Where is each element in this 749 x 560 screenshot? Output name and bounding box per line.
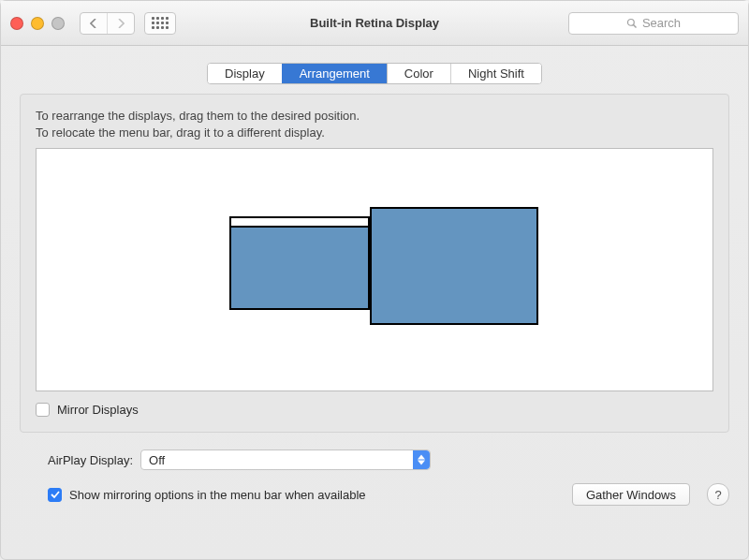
search-icon [626, 18, 638, 29]
tab-night-shift[interactable]: Night Shift [450, 64, 541, 83]
instructions-line: To rearrange the displays, drag them to … [36, 108, 713, 125]
display-arrangement-area[interactable] [36, 148, 713, 391]
titlebar: Built-in Retina Display Search [1, 1, 748, 46]
instructions-text: To rearrange the displays, drag them to … [36, 108, 713, 140]
search-input[interactable]: Search [568, 12, 739, 35]
traffic-lights [10, 17, 65, 30]
show-all-button[interactable] [144, 12, 176, 35]
gather-windows-button[interactable]: Gather Windows [572, 483, 690, 506]
tab-arrangement[interactable]: Arrangement [282, 64, 387, 83]
tab-color[interactable]: Color [387, 64, 450, 83]
dropdown-stepper-icon [413, 450, 430, 469]
show-mirroring-label: Show mirroring options in the menu bar w… [69, 488, 366, 502]
arrangement-panel: To rearrange the displays, drag them to … [20, 94, 729, 433]
display-primary[interactable] [229, 216, 370, 310]
help-button[interactable]: ? [707, 483, 729, 506]
instructions-line: To relocate the menu bar, drag it to a d… [36, 125, 713, 141]
menubar-handle[interactable] [231, 218, 368, 228]
mirror-displays-label: Mirror Displays [57, 403, 139, 417]
svg-point-0 [627, 19, 634, 25]
mirror-displays-checkbox[interactable] [36, 403, 50, 417]
display-secondary[interactable] [370, 207, 538, 325]
airplay-value: Off [149, 453, 165, 467]
show-mirroring-checkbox[interactable] [48, 488, 62, 502]
checkmark-icon [51, 490, 60, 499]
airplay-label: AirPlay Display: [48, 453, 133, 467]
search-placeholder: Search [642, 16, 681, 30]
minimize-window-icon[interactable] [31, 17, 44, 30]
preferences-window: Built-in Retina Display Search Display A… [0, 0, 749, 560]
back-button[interactable] [81, 13, 107, 34]
close-window-icon[interactable] [10, 17, 23, 30]
grid-icon [152, 17, 169, 29]
nav-buttons [80, 12, 135, 35]
zoom-window-icon [51, 17, 65, 30]
airplay-select[interactable]: Off [140, 449, 431, 470]
svg-line-1 [633, 24, 636, 27]
tab-display[interactable]: Display [208, 64, 282, 83]
tab-bar: Display Arrangement Color Night Shift [207, 63, 542, 84]
forward-button[interactable] [107, 13, 134, 34]
